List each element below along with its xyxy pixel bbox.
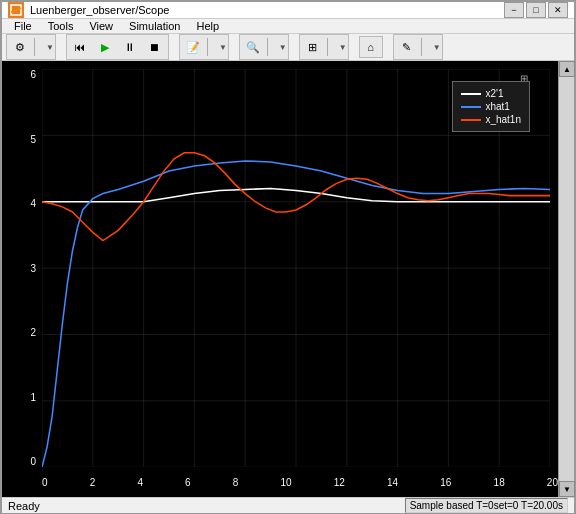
plot-container[interactable]: 6 5 4 3 2 1 0 xyxy=(2,61,558,497)
menu-simulation[interactable]: Simulation xyxy=(121,19,188,33)
toolbar: ⚙ ▼ ⏮ ▶ ⏸ ⏹ 📝 ▼ 🔍 ▼ ⊞ ▼ ⌂ xyxy=(2,34,574,61)
x-tick-12: 12 xyxy=(334,477,345,488)
scroll-track[interactable] xyxy=(559,77,574,481)
title-bar: Luenberger_observer/Scope − □ ✕ xyxy=(2,2,574,19)
main-window: Luenberger_observer/Scope − □ ✕ File Too… xyxy=(0,0,576,514)
legend-line-xhat1 xyxy=(461,106,481,108)
y-tick-0: 0 xyxy=(30,456,36,467)
svg-line-1 xyxy=(11,8,21,12)
legend-line-x-hat1n xyxy=(461,119,481,121)
menu-tools[interactable]: Tools xyxy=(40,19,82,33)
toolbar-autoscale-group: ⊞ ▼ xyxy=(299,34,349,60)
menu-file[interactable]: File xyxy=(6,19,40,33)
x-tick-4: 4 xyxy=(137,477,143,488)
write-button[interactable]: 📝 xyxy=(181,36,205,58)
toolbar-playback-group: ⏮ ▶ ⏸ ⏹ xyxy=(66,34,169,60)
x-tick-10: 10 xyxy=(281,477,292,488)
minimize-button[interactable]: − xyxy=(504,2,524,18)
legend: x2'1 xhat1 x_hat1n xyxy=(452,81,530,132)
status-info: Sample based T=0set=0 T=20.00s xyxy=(405,498,568,513)
status-bar: Ready Sample based T=0set=0 T=20.00s xyxy=(2,497,574,513)
settings-button[interactable]: ⚙ xyxy=(8,36,32,58)
y-tick-3: 3 xyxy=(30,263,36,274)
rewind-button[interactable]: ⏮ xyxy=(68,36,92,58)
toolbar-zoom-group: 🔍 ▼ xyxy=(239,34,289,60)
legend-item-x-hat1n: x_hat1n xyxy=(461,114,521,125)
legend-label-x-hat1n: x_hat1n xyxy=(485,114,521,125)
x-tick-16: 16 xyxy=(440,477,451,488)
toolbar-props-group: ✎ ▼ xyxy=(393,34,443,60)
menu-view[interactable]: View xyxy=(81,19,121,33)
props-button[interactable]: ✎ xyxy=(395,36,419,58)
status-ready: Ready xyxy=(8,500,405,512)
y-tick-1: 1 xyxy=(30,392,36,403)
toolbar-settings-group: ⚙ ▼ xyxy=(6,34,56,60)
y-tick-4: 4 xyxy=(30,198,36,209)
x-tick-18: 18 xyxy=(494,477,505,488)
close-button[interactable]: ✕ xyxy=(548,2,568,18)
scroll-up-button[interactable]: ▲ xyxy=(559,61,575,77)
plot-background[interactable]: x2'1 xhat1 x_hat1n ⊞ xyxy=(42,69,550,467)
scroll-down-button[interactable]: ▼ xyxy=(559,481,575,497)
scope-area: 6 5 4 3 2 1 0 xyxy=(2,61,574,497)
stop-button[interactable]: ⏹ xyxy=(143,36,167,58)
legend-item-x2: x2'1 xyxy=(461,88,521,99)
x-tick-8: 8 xyxy=(233,477,239,488)
x-tick-20: 20 xyxy=(547,477,558,488)
window-icon xyxy=(8,2,24,18)
legend-line-x2 xyxy=(461,93,481,95)
zoom-button[interactable]: 🔍 xyxy=(241,36,265,58)
restore-view-button[interactable]: ⌂ xyxy=(359,36,383,58)
legend-label-x2: x2'1 xyxy=(485,88,503,99)
window-title: Luenberger_observer/Scope xyxy=(30,4,504,16)
toolbar-write-group: 📝 ▼ xyxy=(179,34,229,60)
window-controls: − □ ✕ xyxy=(504,2,568,18)
y-axis: 6 5 4 3 2 1 0 xyxy=(2,69,40,467)
x-tick-0: 0 xyxy=(42,477,48,488)
right-scrollbar[interactable]: ▲ ▼ xyxy=(558,61,574,497)
legend-item-xhat1: xhat1 xyxy=(461,101,521,112)
y-tick-6: 6 xyxy=(30,69,36,80)
pause-button[interactable]: ⏸ xyxy=(118,36,142,58)
autoscale-button[interactable]: ⊞ xyxy=(301,36,325,58)
play-button[interactable]: ▶ xyxy=(93,36,117,58)
menu-help[interactable]: Help xyxy=(188,19,227,33)
x-tick-6: 6 xyxy=(185,477,191,488)
maximize-button[interactable]: □ xyxy=(526,2,546,18)
y-tick-2: 2 xyxy=(30,327,36,338)
menu-bar: File Tools View Simulation Help xyxy=(2,19,574,34)
x-tick-2: 2 xyxy=(90,477,96,488)
x-axis: 0 2 4 6 8 10 12 14 16 18 20 xyxy=(42,471,558,493)
x-tick-14: 14 xyxy=(387,477,398,488)
legend-label-xhat1: xhat1 xyxy=(485,101,509,112)
y-tick-5: 5 xyxy=(30,134,36,145)
